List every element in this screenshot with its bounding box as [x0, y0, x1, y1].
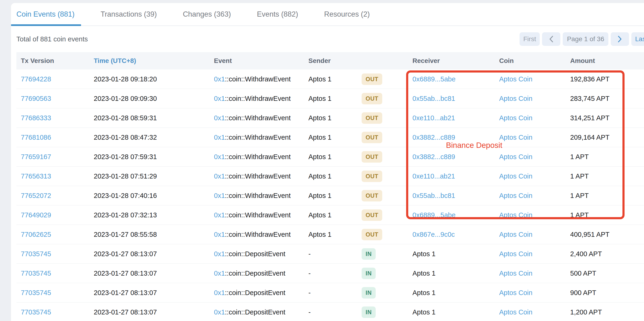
column-header-amount: Amount [570, 57, 644, 65]
direction-badge: OUT [362, 73, 382, 85]
coin-events-card: Coin Events (881) Transactions (39) Chan… [11, 3, 644, 321]
coin-link[interactable]: Aptos Coin [499, 231, 532, 238]
receiver-link[interactable]: 0x55ab...bc81 [412, 192, 455, 199]
receiver-link[interactable]: 0x55ab...bc81 [412, 95, 455, 102]
coin-link[interactable]: Aptos Coin [499, 289, 532, 297]
next-page-button[interactable] [611, 32, 629, 46]
tab-coin-events-881[interactable]: Coin Events (881) [11, 3, 81, 25]
tx-version-link[interactable]: 77649029 [21, 211, 51, 219]
event-name: ::coin::WithdrawEvent [225, 231, 290, 238]
event-module-link[interactable]: 0x1 [214, 95, 225, 102]
coin-link[interactable]: Aptos Coin [499, 192, 532, 199]
coin-link[interactable]: Aptos Coin [499, 308, 532, 316]
receiver-link[interactable]: 0xe110...ab21 [412, 114, 455, 122]
tx-version-link[interactable]: 77035745 [21, 308, 51, 316]
receiver-link[interactable]: 0x3882...c889 [412, 153, 455, 160]
direction-badge: OUT [362, 132, 382, 143]
receiver-link[interactable]: 0x3882...c889 [412, 134, 455, 141]
tx-version-link[interactable]: 77656313 [21, 172, 51, 180]
tx-version-link[interactable]: 77035745 [21, 289, 51, 297]
last-page-button[interactable]: Last [631, 32, 644, 46]
tab-label: Events (882) [257, 10, 298, 18]
table-row: 77035745 2023-01-27 08:13:07 0x1::coin::… [16, 244, 644, 264]
event-module-link[interactable]: 0x1 [214, 270, 225, 277]
event-module-link[interactable]: 0x1 [214, 250, 225, 258]
first-page-button[interactable]: First [520, 32, 540, 46]
table-row: 77656313 2023-01-28 07:51:29 0x1::coin::… [16, 166, 644, 186]
coin-link[interactable]: Aptos Coin [499, 95, 532, 102]
tx-version-link[interactable]: 77035745 [21, 270, 51, 277]
receiver-link[interactable]: 0x6889...5abe [412, 75, 456, 83]
time-cell: 2023-01-27 08:55:58 [94, 231, 214, 238]
chevron-left-icon [548, 35, 554, 43]
event-name: ::coin::DepositEvent [225, 250, 286, 258]
tx-version-link[interactable]: 77062625 [21, 231, 51, 238]
amount-cell: 1 APT [570, 192, 644, 200]
tab-label: Changes (363) [183, 10, 231, 18]
tx-version-link[interactable]: 77035745 [21, 250, 51, 258]
coin-link[interactable]: Aptos Coin [499, 134, 532, 141]
page-indicator: Page 1 of 36 [563, 32, 608, 46]
coin-link[interactable]: Aptos Coin [499, 250, 532, 258]
event-module-link[interactable]: 0x1 [214, 134, 225, 141]
sender-cell: Aptos 1 [308, 75, 362, 83]
column-header-time[interactable]: Time (UTC+8) [94, 57, 214, 65]
tab-transactions-39[interactable]: Transactions (39) [94, 3, 163, 25]
sender-cell: Aptos 1 [308, 211, 362, 219]
table-row: 77035745 2023-01-27 08:13:07 0x1::coin::… [16, 283, 644, 303]
event-module-link[interactable]: 0x1 [214, 153, 225, 160]
event-module-link[interactable]: 0x1 [214, 231, 225, 238]
receiver-link[interactable]: 0x867e...9c0c [412, 231, 455, 238]
event-module-link[interactable]: 0x1 [214, 114, 225, 122]
receiver-text: Aptos 1 [412, 289, 436, 297]
event-name: ::coin::WithdrawEvent [225, 153, 290, 160]
pagination: First Page 1 of 36 Last [520, 32, 644, 46]
table-row: 77681086 2023-01-28 08:47:32 0x1::coin::… [16, 128, 644, 147]
event-module-link[interactable]: 0x1 [214, 192, 225, 199]
coin-link[interactable]: Aptos Coin [499, 270, 532, 277]
coin-link[interactable]: Aptos Coin [499, 172, 532, 180]
direction-badge: OUT [362, 112, 382, 124]
tab-events-882[interactable]: Events (882) [250, 3, 305, 25]
tab-resources-2[interactable]: Resources (2) [318, 3, 376, 25]
sender-cell: - [308, 289, 362, 297]
event-cell: 0x1::coin::WithdrawEvent [214, 172, 308, 180]
amount-cell: 1 APT [570, 211, 644, 219]
sender-cell: Aptos 1 [308, 192, 362, 200]
event-cell: 0x1::coin::WithdrawEvent [214, 211, 308, 219]
sender-cell: Aptos 1 [308, 95, 362, 103]
event-cell: 0x1::coin::DepositEvent [214, 250, 308, 258]
tx-version-link[interactable]: 77690563 [21, 95, 51, 102]
event-name: ::coin::WithdrawEvent [225, 134, 290, 141]
event-module-link[interactable]: 0x1 [214, 308, 225, 316]
event-name: ::coin::WithdrawEvent [225, 172, 290, 180]
event-name: ::coin::WithdrawEvent [225, 95, 290, 102]
event-module-link[interactable]: 0x1 [214, 289, 225, 297]
time-cell: 2023-01-28 07:59:31 [94, 153, 214, 161]
event-module-link[interactable]: 0x1 [214, 211, 225, 219]
event-module-link[interactable]: 0x1 [214, 172, 225, 180]
table-row: 77649029 2023-01-28 07:32:13 0x1::coin::… [16, 205, 644, 225]
tx-version-link[interactable]: 77694228 [21, 75, 51, 83]
tab-label: Resources (2) [324, 10, 370, 18]
coin-link[interactable]: Aptos Coin [499, 211, 532, 219]
coin-link[interactable]: Aptos Coin [499, 153, 532, 160]
sender-cell: - [308, 308, 362, 316]
tx-version-link[interactable]: 77686333 [21, 114, 51, 122]
event-module-link[interactable]: 0x1 [214, 75, 225, 83]
tx-version-link[interactable]: 77659167 [21, 153, 51, 160]
amount-cell: 192,836 APT [570, 75, 644, 83]
tx-version-link[interactable]: 77652072 [21, 192, 51, 199]
receiver-link[interactable]: 0x6889...5abe [412, 211, 456, 219]
direction-badge: IN [362, 248, 376, 260]
amount-cell: 900 APT [570, 289, 644, 297]
direction-badge: IN [362, 307, 376, 318]
table-row: 77035745 2023-01-27 08:13:07 0x1::coin::… [16, 264, 644, 283]
tx-version-link[interactable]: 77681086 [21, 134, 51, 141]
coin-link[interactable]: Aptos Coin [499, 114, 532, 122]
coin-link[interactable]: Aptos Coin [499, 75, 532, 83]
prev-page-button[interactable] [542, 32, 560, 46]
tab-changes-363[interactable]: Changes (363) [176, 3, 238, 25]
receiver-link[interactable]: 0xe110...ab21 [412, 172, 455, 180]
direction-badge: OUT [362, 170, 382, 182]
